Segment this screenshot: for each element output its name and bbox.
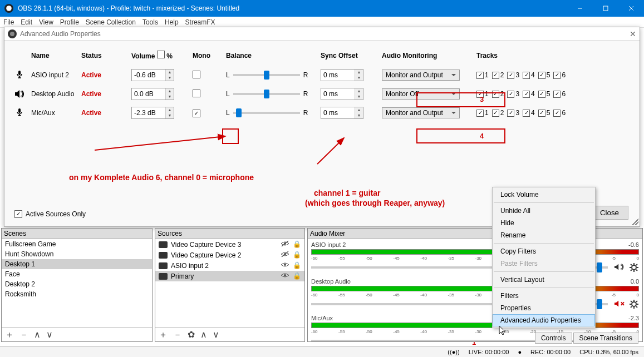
scene-item[interactable]: Desktop 2 — [2, 279, 152, 289]
ctx-hide[interactable]: Hide — [493, 217, 595, 229]
track-5-checkbox[interactable] — [538, 91, 545, 98]
volume-input[interactable]: ▲▼ — [131, 69, 174, 81]
menu-profile[interactable]: Profile — [60, 18, 79, 26]
ctx-copy-filters[interactable]: Copy Filters — [493, 245, 595, 257]
track-1-checkbox[interactable] — [476, 110, 484, 117]
scene-item[interactable]: Desktop 1 — [2, 259, 152, 269]
volume-input[interactable]: ▲▼ — [131, 88, 174, 100]
maximize-button[interactable] — [593, 0, 618, 17]
mixer-settings-button[interactable] — [629, 262, 639, 272]
track-3-checkbox[interactable] — [507, 72, 514, 79]
source-settings-button[interactable]: ✿ — [188, 330, 195, 339]
track-6-checkbox[interactable] — [553, 91, 561, 98]
source-item[interactable]: Video Capture Device 3🔒 — [155, 239, 304, 250]
sync-offset-input[interactable]: ▲▼ — [321, 69, 363, 81]
track-4-checkbox[interactable] — [523, 110, 530, 117]
menu-file[interactable]: File — [3, 18, 14, 26]
scene-down-button[interactable]: ∨ — [46, 330, 53, 339]
active-sources-checkbox[interactable] — [14, 210, 22, 218]
ctx-vertical-layout[interactable]: Vertical Layout — [493, 274, 595, 286]
mixer-source-name: Desktop Audio — [311, 278, 351, 285]
track-1-checkbox[interactable] — [476, 91, 484, 98]
menu-bar[interactable]: File Edit View Profile Scene Collection … — [0, 17, 644, 28]
balance-slider[interactable]: LR — [226, 109, 314, 117]
track-5-checkbox[interactable] — [538, 72, 545, 79]
volume-input[interactable]: ▲▼ — [131, 107, 174, 119]
balance-slider[interactable]: LR — [226, 90, 314, 98]
sync-offset-input[interactable]: ▲▼ — [321, 88, 363, 100]
track-2-checkbox[interactable] — [492, 110, 499, 117]
scene-item[interactable]: Hunt Showdown — [2, 249, 152, 259]
menu-streamfx[interactable]: StreamFX — [185, 18, 215, 26]
mixer-settings-button[interactable] — [629, 299, 639, 309]
track-6-checkbox[interactable] — [553, 72, 561, 79]
mono-checkbox[interactable] — [193, 90, 200, 97]
close-button[interactable] — [618, 0, 644, 17]
sources-panel: Sources Video Capture Device 3🔒Video Cap… — [155, 228, 305, 342]
sync-offset-input[interactable]: ▲▼ — [321, 107, 363, 119]
remove-source-button[interactable]: － — [173, 330, 182, 339]
dialog-close-button[interactable]: ✕ — [630, 29, 636, 38]
mute-button[interactable] — [614, 262, 625, 272]
track-2-checkbox[interactable] — [492, 72, 499, 79]
track-4-checkbox[interactable] — [523, 72, 530, 79]
scene-item[interactable]: Rocksmith — [2, 289, 152, 299]
track-3-checkbox[interactable] — [507, 91, 514, 98]
track-6-checkbox[interactable] — [553, 110, 561, 117]
visibility-icon[interactable] — [281, 251, 289, 259]
lock-icon[interactable]: 🔒 — [293, 240, 301, 249]
audio-monitoring-select[interactable]: Monitor Off — [382, 88, 460, 100]
source-status: Active — [78, 66, 128, 85]
track-3-checkbox[interactable] — [507, 110, 514, 117]
source-name: ASIO input 2 — [28, 66, 78, 85]
balance-slider[interactable]: LR — [226, 71, 314, 79]
visibility-icon[interactable] — [281, 240, 289, 249]
active-sources-label: Active Sources Only — [26, 210, 86, 218]
menu-tools[interactable]: Tools — [142, 18, 158, 26]
ctx-properties[interactable]: Properties — [493, 302, 595, 314]
source-up-button[interactable]: ∧ — [200, 330, 207, 339]
track-5-checkbox[interactable] — [538, 110, 545, 117]
visibility-icon[interactable] — [281, 261, 289, 270]
volume-pct-toggle[interactable] — [157, 51, 165, 58]
col-sync: Sync Offset — [317, 48, 378, 66]
ctx-rename[interactable]: Rename — [493, 229, 595, 241]
mono-checkbox[interactable] — [193, 110, 200, 117]
lock-icon[interactable]: 🔒 — [293, 251, 301, 259]
add-scene-button[interactable]: ＋ — [5, 330, 14, 339]
audio-monitoring-select[interactable]: Monitor and Output — [382, 70, 460, 81]
dialog-close-btn[interactable]: Close — [591, 206, 628, 220]
track-1-checkbox[interactable] — [476, 72, 484, 79]
ctx-filters[interactable]: Filters — [493, 290, 595, 302]
scene-up-button[interactable]: ∧ — [34, 330, 41, 339]
ctx-unhide-all[interactable]: Unhide All — [493, 205, 595, 217]
source-item[interactable]: Primary🔒 — [155, 271, 304, 281]
audio-monitoring-select[interactable]: Monitor and Output — [382, 107, 460, 118]
ctx-advanced-audio-properties[interactable]: Advanced Audio Properties — [493, 314, 595, 326]
add-source-button[interactable]: ＋ — [159, 330, 168, 339]
lock-icon[interactable]: 🔒 — [293, 261, 301, 270]
minimize-button[interactable] — [567, 0, 593, 17]
source-item[interactable]: Video Capture Device 2🔒 — [155, 250, 304, 260]
remove-scene-button[interactable]: － — [19, 330, 28, 339]
ctx-lock-volume[interactable]: Lock Volume — [493, 189, 595, 201]
track-4-checkbox[interactable] — [523, 91, 530, 98]
scene-item[interactable]: Fullscreen Game — [2, 239, 152, 249]
track-2-checkbox[interactable] — [492, 91, 499, 98]
menu-edit[interactable]: Edit — [21, 18, 32, 26]
mute-button[interactable] — [614, 299, 625, 309]
svg-line-27 — [636, 264, 637, 265]
visibility-icon[interactable] — [281, 272, 289, 280]
controls-tab[interactable]: Controls — [535, 333, 572, 344]
mono-checkbox[interactable] — [193, 71, 200, 78]
resize-grip[interactable] — [632, 219, 638, 225]
lock-icon[interactable]: 🔒 — [293, 272, 301, 280]
menu-scene-collection[interactable]: Scene Collection — [86, 18, 136, 26]
scene-item[interactable]: Face — [2, 269, 152, 279]
scene-transitions-tab[interactable]: Scene Transitions — [573, 333, 638, 344]
menu-view[interactable]: View — [39, 18, 53, 26]
window-title: OBS 26.1.1 (64-bit, windows) - Profile: … — [18, 4, 239, 12]
source-item[interactable]: ASIO input 2🔒 — [155, 260, 304, 271]
menu-help[interactable]: Help — [165, 18, 179, 26]
source-down-button[interactable]: ∨ — [213, 330, 219, 339]
